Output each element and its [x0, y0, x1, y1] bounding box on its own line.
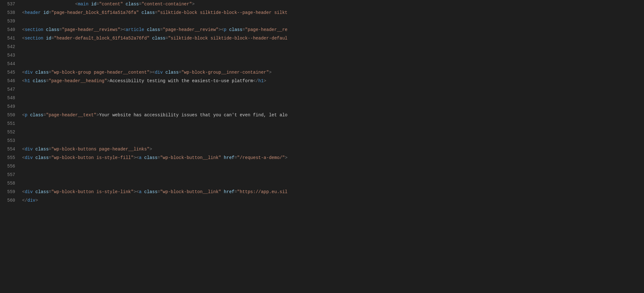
code-line: <h1 class="page-header__heading">Accessi…: [22, 77, 644, 85]
token-tag: article: [126, 27, 144, 32]
code-line: [22, 17, 644, 26]
token-punct: ><: [134, 189, 139, 194]
token-tag: div: [25, 189, 33, 194]
code-line: </div>: [22, 196, 644, 205]
token-punct: </: [253, 78, 258, 83]
token-punct: >: [269, 70, 271, 75]
token-tag: section: [25, 36, 43, 41]
code-line: <div class="wp-block-buttons page-header…: [22, 145, 644, 154]
token-string: "page-header__review": [163, 27, 218, 32]
code-content[interactable]: <main id="content" class="content-contai…: [19, 0, 644, 293]
code-line: [22, 128, 644, 137]
token-tag: div: [27, 198, 35, 203]
token-punct: >: [264, 78, 266, 83]
token-punct: =: [139, 2, 141, 7]
token-tag: main: [78, 2, 88, 7]
token-string: "wp-block-button__link": [160, 155, 221, 160]
line-number: 559: [0, 188, 15, 196]
token-punct: ><: [120, 27, 126, 32]
token-string: "/request-a-demo/": [237, 155, 285, 160]
code-line: <main id="content" class="content-contai…: [22, 0, 644, 9]
line-number: 543: [0, 51, 15, 60]
token-attr: class: [139, 10, 155, 15]
code-line: [22, 162, 644, 171]
line-number: 553: [0, 137, 15, 145]
token-punct: =: [51, 36, 54, 41]
code-editor: 5375385395405415425435445455465475485495…: [0, 0, 644, 293]
token-text: Accessibility testing with the easiest-t…: [110, 78, 253, 83]
token-tag: div: [25, 70, 33, 75]
line-number: 537: [0, 0, 15, 9]
line-number: 539: [0, 17, 15, 26]
token-attr: id: [88, 2, 96, 7]
code-line: [22, 171, 644, 179]
token-string: "wp-block-buttons page-header__links": [51, 147, 149, 152]
token-tag: section: [25, 27, 43, 32]
token-attr: href: [221, 189, 234, 194]
token-attr: class: [43, 27, 59, 32]
code-line: [22, 179, 644, 188]
token-punct: =: [166, 36, 168, 41]
line-number: 551: [0, 119, 15, 128]
line-number: 558: [0, 179, 15, 188]
line-number: 552: [0, 128, 15, 137]
code-line: <p class="page-header__text">Your websit…: [22, 111, 644, 119]
token-string: "https://app.eu.sil: [237, 189, 288, 194]
token-punct: =: [158, 155, 160, 160]
token-punct: =: [242, 27, 245, 32]
token-string: "wp-block-button is-style-fill": [51, 155, 133, 160]
token-punct: =: [43, 113, 46, 118]
line-number: 542: [0, 43, 15, 51]
token-string: "page-header_block_61f14a51a76fa": [51, 10, 139, 15]
token-attr: class: [163, 70, 178, 75]
token-string: "header-default_block_61f14a52a76fd": [54, 36, 149, 41]
token-punct: =: [46, 78, 49, 83]
token-attr: class: [226, 27, 242, 32]
code-line: [22, 137, 644, 145]
line-number: 541: [0, 34, 15, 43]
code-line: <section id="header-default_block_61f14a…: [22, 34, 644, 43]
line-number: 540: [0, 26, 15, 34]
line-number: 560: [0, 196, 15, 205]
line-number: 557: [0, 171, 15, 179]
token-punct: ><: [219, 27, 224, 32]
line-number: 555: [0, 154, 15, 162]
line-number: 556: [0, 162, 15, 171]
token-string: "page-header__reviews": [62, 27, 120, 32]
code-line: [22, 119, 644, 128]
token-attr: class: [33, 70, 49, 75]
token-string: "wp-block-button__link": [160, 189, 221, 194]
token-string: "content-container": [141, 2, 192, 7]
line-number: 544: [0, 60, 15, 68]
token-punct: >: [192, 2, 195, 7]
code-line: [22, 85, 644, 94]
token-tag: div: [25, 147, 33, 152]
token-string: "wp-block-button is-style-link": [51, 189, 133, 194]
token-string: "wp-block-group__inner-container": [181, 70, 269, 75]
token-attr: class: [33, 155, 49, 160]
code-line: <header id="page-header_block_61f14a51a7…: [22, 9, 644, 17]
token-punct: >: [285, 155, 287, 160]
code-line: [22, 94, 644, 102]
token-punct: >: [35, 198, 38, 203]
token-string: "page-header__re: [245, 27, 287, 32]
token-tag: a: [139, 155, 141, 160]
line-number: 548: [0, 94, 15, 102]
line-numbers: 5375385395405415425435445455465475485495…: [0, 0, 19, 293]
code-line: [22, 43, 644, 51]
token-attr: id: [43, 36, 51, 41]
token-attr: class: [33, 147, 49, 152]
line-number: 554: [0, 145, 15, 154]
line-number: 538: [0, 9, 15, 17]
token-tag: p: [224, 27, 226, 32]
code-line: <section class="page-header__reviews"><a…: [22, 26, 644, 34]
token-tag: header: [25, 10, 40, 15]
code-line: [22, 51, 644, 60]
token-tag: h1: [25, 78, 30, 83]
line-number: 546: [0, 77, 15, 85]
token-punct: =: [234, 155, 237, 160]
token-attr: id: [41, 10, 49, 15]
token-string: "silktide-block silktide-block--page-hea…: [158, 10, 288, 15]
code-line: <div class="wp-block-button is-style-lin…: [22, 188, 644, 196]
line-number: 545: [0, 68, 15, 77]
